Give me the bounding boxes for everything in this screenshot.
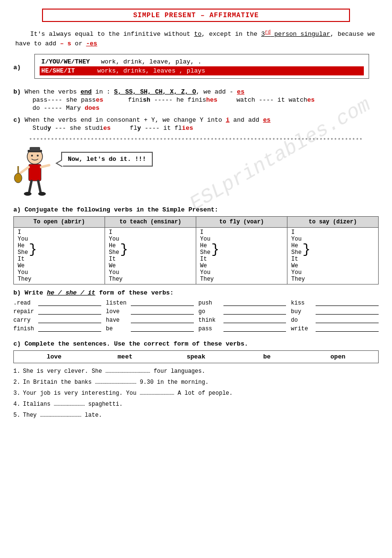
verb-think-label: think <box>199 317 222 324</box>
pronoun-row2-verbs: works, drinks, leaves , plays <box>97 67 205 74</box>
verb-read-label: .read <box>13 300 36 306</box>
rule-b-examples: pass---- she passes finish ----- he fini… <box>32 96 379 104</box>
svg-point-1 <box>31 155 33 157</box>
verb-col-1: listen love have be <box>106 299 194 334</box>
pronoun-You2-1: You <box>109 269 192 276</box>
pronouns-list-0: He She It <box>18 242 28 263</box>
verb-write-label: write <box>291 326 314 332</box>
intro-3rd: 3rd person singular <box>261 31 330 38</box>
col1-pronouns: I You He She It } We You They <box>105 228 196 284</box>
sentence-text-4: Italians ……………………… spaghetti. <box>23 400 123 409</box>
divider: ****************************************… <box>13 137 379 143</box>
sentence-num-4: 4. <box>13 400 21 409</box>
sentence-num-1: 1. <box>13 367 21 376</box>
pronoun-row2: HE/SHE/IT works, drinks, leaves , plays <box>40 66 364 75</box>
svg-point-2 <box>37 155 39 157</box>
character-illustration <box>13 147 56 200</box>
rule-c-label: c) <box>13 116 21 124</box>
example-finish: finish ----- he finishes <box>128 96 217 104</box>
verb-be-line <box>131 325 194 332</box>
rule-c-header: c) When the verbs end in consonant + Y, … <box>13 116 379 124</box>
pronoun-They-3: They <box>291 276 374 283</box>
verb-box-love: love <box>19 353 90 360</box>
callout-area: Now, let's do it. !!! <box>13 147 379 200</box>
sentence-text-5: They ……………………………… late. <box>23 411 102 420</box>
verb-push-label: push <box>199 300 222 306</box>
pronoun-It-0: It <box>18 256 28 263</box>
verb-do-label: do <box>291 317 314 324</box>
pronoun-He-2: He <box>200 242 211 249</box>
verb-buy-label: buy <box>291 308 314 315</box>
verb-repair-line <box>38 308 101 315</box>
verb-kiss-label: kiss <box>291 300 314 306</box>
verb-choice-box: love meet speak be open <box>13 350 379 363</box>
pronoun-It-3: It <box>291 256 302 263</box>
sentence-2: 2. In Britain the banks ……………………………… 9.3… <box>13 378 379 387</box>
bracket-2: } <box>212 242 220 257</box>
pronoun-I-0: I <box>18 229 101 236</box>
verb-have-label: have <box>106 317 129 324</box>
suffix-es: -es <box>86 40 97 47</box>
verb-read-line <box>38 299 101 306</box>
pronoun-He-0: He <box>18 242 28 249</box>
verb-repair-label: repair <box>13 308 36 315</box>
verb-think-line <box>223 316 286 323</box>
svg-line-9 <box>38 181 41 192</box>
callout-text: Now, let's do it. !!! <box>68 156 146 163</box>
verb-box-meet: meet <box>90 353 161 360</box>
verb-pass-label: pass <box>199 326 222 332</box>
section-a-label: a) <box>13 64 21 71</box>
rule-b-text: When the verbs end in : S, SS, SH, CH, X… <box>25 88 244 95</box>
verb-listen-line <box>131 299 194 306</box>
superscript-rd: rd <box>265 30 271 35</box>
section-c-heading: c) Complete the sentences. Use the corre… <box>13 340 379 347</box>
verb-col-0: .read repair carry finish <box>13 299 101 334</box>
add-es: es <box>237 88 244 95</box>
verb-carry-line <box>38 316 101 323</box>
col-header-2: to fly (voar) <box>196 217 287 228</box>
pronoun-row1-label: I/YOU/WE/THEY <box>42 58 90 65</box>
verb-item-read: .read <box>13 299 101 306</box>
verb-box-open: open <box>302 353 373 360</box>
verb-item-love: love <box>106 308 194 315</box>
svg-line-6 <box>20 167 29 173</box>
verb-box-speak: speak <box>160 353 232 360</box>
verb-write-line <box>316 325 379 332</box>
pronoun-You2-2: You <box>200 269 283 276</box>
conjugation-table: To open (abrir) to teach (ensinar) to fl… <box>13 216 379 284</box>
page-title: SIMPLE PRESENT – AFFIRMATIVE <box>42 9 350 22</box>
svg-point-10 <box>24 192 32 196</box>
verb-item-carry: carry <box>13 316 101 324</box>
col-header-3: to say (dizer) <box>287 217 379 228</box>
pronoun-We-2: We <box>200 263 283 269</box>
verb-have-line <box>131 316 194 323</box>
suffix-s: – s <box>60 40 71 47</box>
verbs-grid: .read repair carry finish listen love ha… <box>13 299 379 334</box>
verb-buy-line <box>316 308 379 315</box>
verb-item-have: have <box>106 316 194 324</box>
rule-b-section: b) When the verbs end in : S, SS, SH, CH… <box>13 88 379 112</box>
pronouns-list-3: He She It <box>291 242 302 263</box>
example-watch: watch ---- it watches <box>236 96 315 104</box>
verb-pass-line <box>223 325 286 332</box>
pronoun-You2-3: You <box>291 269 374 276</box>
pronoun-You-3: You <box>291 236 374 242</box>
rule-b-header: b) When the verbs end in : S, SS, SH, CH… <box>13 88 379 95</box>
svg-point-11 <box>38 192 46 196</box>
sentence-1: 1. She is very clever. She …………………………………… <box>13 367 379 376</box>
svg-rect-4 <box>30 147 40 151</box>
pronoun-row2-label: HE/SHE/IT <box>42 67 75 74</box>
verb-col-3: kiss buy do write <box>291 299 379 334</box>
verb-col-2: push go think pass <box>199 299 286 334</box>
pronoun-box: I/YOU/WE/THEY work, drink, leave, play, … <box>34 54 369 79</box>
example-study: Study --- she studies <box>32 125 111 132</box>
svg-rect-5 <box>29 164 41 181</box>
section-b-heading: b) Write he / she / it form of these ver… <box>13 289 379 296</box>
speech-bubble: Now, let's do it. !!! <box>61 152 153 167</box>
sentence-5: 5. They ……………………………… late. <box>13 411 379 420</box>
pronoun-She-3: She <box>291 249 302 256</box>
bracket-1: } <box>120 242 128 257</box>
pronoun-You2-0: You <box>18 269 101 276</box>
example-fly: fly ---- it flies <box>130 125 206 132</box>
col-header-1: to teach (ensinar) <box>105 217 196 228</box>
